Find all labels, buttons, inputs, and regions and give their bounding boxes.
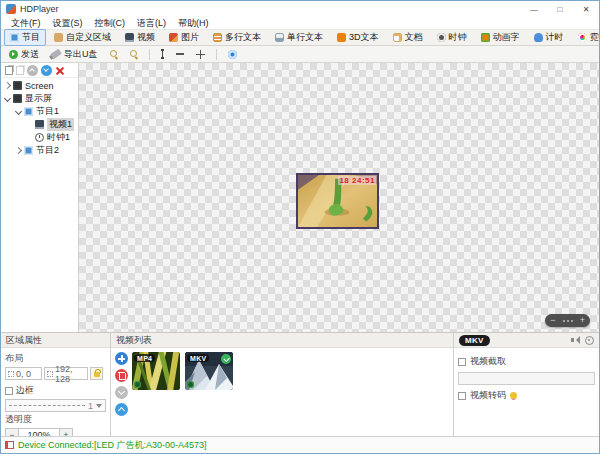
settings-icon[interactable] <box>585 336 594 345</box>
menu-language[interactable]: 语言(L) <box>131 17 172 30</box>
3d-text-icon <box>337 33 346 42</box>
tab-document[interactable]: 文档 <box>387 29 429 46</box>
menu-help[interactable]: 帮助(H) <box>172 17 215 30</box>
zoom-out-icon <box>130 50 138 58</box>
expander-icon[interactable] <box>4 96 10 102</box>
tab-multiline-text[interactable]: 多行文本 <box>207 29 267 46</box>
custom-area-icon <box>54 33 63 42</box>
video-icon <box>35 120 44 129</box>
tree-item-program2[interactable]: 节目2 <box>1 144 78 157</box>
record-tool[interactable] <box>224 49 241 60</box>
lock-ratio-button[interactable] <box>90 367 103 380</box>
expander-icon[interactable] <box>4 83 10 89</box>
minimize-button[interactable]: — <box>521 1 547 17</box>
volume-icon[interactable] <box>571 336 580 344</box>
position-icon <box>8 371 14 377</box>
tree-item-label: Screen <box>25 81 54 91</box>
window-title: HDPlayer <box>20 4 521 14</box>
expander-icon[interactable] <box>15 148 21 154</box>
display-icon <box>13 94 22 103</box>
border-style-select[interactable]: 1 <box>5 399 106 412</box>
tab-neon[interactable]: 霓虹 <box>572 29 600 46</box>
capture-range-input[interactable] <box>458 372 595 385</box>
tree-item-display[interactable]: 显示屏 <box>1 92 78 105</box>
border-style-value: 1 <box>88 401 93 411</box>
animated-text-icon <box>481 33 490 42</box>
video-thumbnail-mp4[interactable]: MP4 <box>132 352 180 390</box>
video-thumbnail-mkv[interactable]: MKV <box>185 352 233 390</box>
tab-program[interactable]: 节目 <box>4 29 46 46</box>
menu-settings[interactable]: 设置(S) <box>47 17 89 30</box>
video-detail-header: MKV <box>454 333 599 348</box>
usb-export-icon <box>50 49 62 60</box>
design-canvas[interactable]: 18 24:51 − + <box>79 63 599 332</box>
text-cursor-icon <box>161 49 164 59</box>
move-down-button <box>115 386 128 399</box>
horizontal-tool[interactable] <box>172 52 188 56</box>
zoom-in-button[interactable] <box>106 49 122 59</box>
border-checkbox-row[interactable]: 边框 <box>5 384 106 397</box>
tab-label: 自定义区域 <box>66 31 111 44</box>
tab-3d-text[interactable]: 3D文本 <box>331 29 385 46</box>
menu-control[interactable]: 控制(C) <box>89 17 132 30</box>
video-capture-row[interactable]: 视频截取 <box>458 355 595 368</box>
video-preview-region[interactable]: 18 24:51 <box>296 173 379 229</box>
text-cursor-tool[interactable] <box>157 48 168 60</box>
tree-item-video1[interactable]: 视频1 <box>1 118 78 131</box>
video-capture-label: 视频截取 <box>470 355 506 368</box>
move-up-disabled-icon <box>27 65 38 76</box>
tree-item-screen[interactable]: Screen <box>1 79 78 92</box>
delete-video-button[interactable] <box>115 369 128 382</box>
timer-icon <box>534 33 543 42</box>
zoom-in-icon[interactable]: + <box>580 316 585 325</box>
blue-dot-icon <box>228 50 237 59</box>
content-tab-bar: 节目 自定义区域 视频 图片 多行文本 单行文本 3D文本 文档 <box>1 30 599 46</box>
close-button[interactable]: ✕ <box>573 1 599 17</box>
program-icon <box>24 107 33 116</box>
send-button[interactable]: 发送 <box>5 47 43 62</box>
move-down-icon[interactable] <box>41 65 52 76</box>
tab-video[interactable]: 视频 <box>119 29 161 46</box>
video-transcode-checkbox[interactable] <box>458 392 466 400</box>
tab-label: 3D文本 <box>349 31 379 44</box>
expander-icon[interactable] <box>15 109 21 115</box>
area-properties-panel: 区域属性 布局 0, 0 192, 128 <box>1 333 111 436</box>
zoom-out-icon[interactable]: − <box>550 316 555 325</box>
tree-item-program1[interactable]: 节目1 <box>1 105 78 118</box>
position-input[interactable]: 0, 0 <box>5 367 42 380</box>
move-tool[interactable] <box>192 49 209 60</box>
canvas-zoom-control[interactable]: − + <box>545 314 590 327</box>
tab-label: 文档 <box>405 31 423 44</box>
maximize-button[interactable]: □ <box>547 1 573 17</box>
tab-custom-area[interactable]: 自定义区域 <box>48 29 117 46</box>
delete-node-icon[interactable] <box>55 66 64 75</box>
export-usb-button[interactable]: 导出U盘 <box>47 47 102 62</box>
tab-label: 霓虹 <box>590 31 600 44</box>
clock-overlay[interactable]: 18 24:51 <box>338 176 376 185</box>
menu-file[interactable]: 文件(F) <box>5 17 47 30</box>
video-list-header: 视频列表 <box>111 333 453 348</box>
add-video-button[interactable] <box>115 352 128 365</box>
move-up-button[interactable] <box>115 403 128 416</box>
tab-singleline-text[interactable]: 单行文本 <box>269 29 329 46</box>
tab-image[interactable]: 图片 <box>163 29 205 46</box>
tab-animated-text[interactable]: 动画字 <box>475 29 526 46</box>
tree-item-clock1[interactable]: 时钟1 <box>1 131 78 144</box>
video-transcode-row[interactable]: 视频转码 <box>458 389 595 402</box>
video-capture-checkbox[interactable] <box>458 358 466 366</box>
clock-icon <box>437 33 446 42</box>
tab-label: 动画字 <box>493 31 520 44</box>
main-area: Screen 显示屏 节目1 视频1 <box>1 63 599 332</box>
export-usb-label: 导出U盘 <box>64 48 98 61</box>
position-value: 0, 0 <box>16 369 31 379</box>
size-input[interactable]: 192, 128 <box>44 367 88 380</box>
singleline-text-icon <box>275 33 284 42</box>
tab-clock[interactable]: 时钟 <box>431 29 473 46</box>
border-checkbox[interactable] <box>5 387 13 395</box>
clock-icon <box>35 133 44 142</box>
tab-label: 计时 <box>546 31 564 44</box>
copy-icon[interactable] <box>5 66 13 75</box>
zoom-out-button[interactable] <box>126 49 142 59</box>
tab-timer[interactable]: 计时 <box>528 29 570 46</box>
format-badge: MKV <box>187 354 209 362</box>
